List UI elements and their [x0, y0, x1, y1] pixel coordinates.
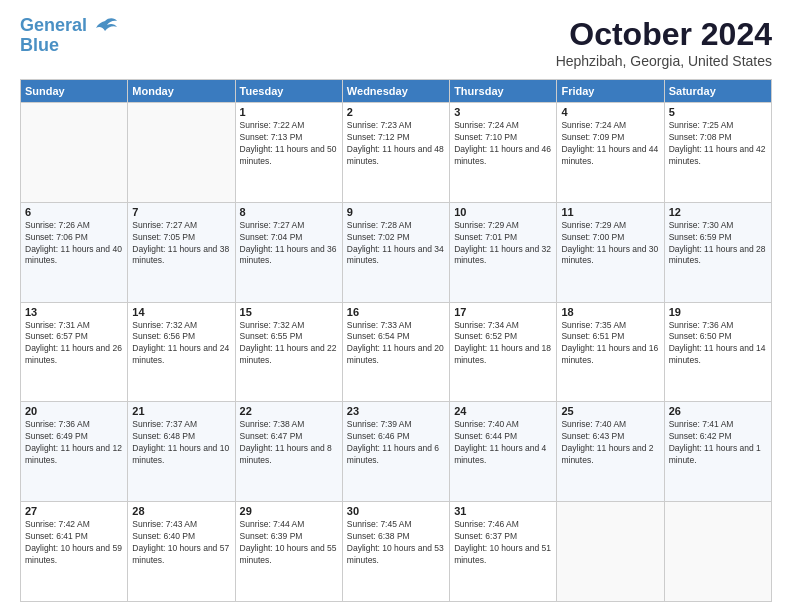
day-number: 7	[132, 206, 230, 218]
calendar-cell: 16Sunrise: 7:33 AMSunset: 6:54 PMDayligh…	[342, 302, 449, 402]
day-info: Sunrise: 7:38 AMSunset: 6:47 PMDaylight:…	[240, 419, 338, 467]
day-number: 8	[240, 206, 338, 218]
day-number: 15	[240, 306, 338, 318]
day-number: 21	[132, 405, 230, 417]
day-number: 12	[669, 206, 767, 218]
day-number: 3	[454, 106, 552, 118]
day-info: Sunrise: 7:24 AMSunset: 7:09 PMDaylight:…	[561, 120, 659, 168]
calendar-cell: 11Sunrise: 7:29 AMSunset: 7:00 PMDayligh…	[557, 202, 664, 302]
day-number: 19	[669, 306, 767, 318]
calendar-cell: 20Sunrise: 7:36 AMSunset: 6:49 PMDayligh…	[21, 402, 128, 502]
calendar-cell: 18Sunrise: 7:35 AMSunset: 6:51 PMDayligh…	[557, 302, 664, 402]
location: Hephzibah, Georgia, United States	[556, 53, 772, 69]
calendar-cell: 6Sunrise: 7:26 AMSunset: 7:06 PMDaylight…	[21, 202, 128, 302]
day-number: 14	[132, 306, 230, 318]
calendar-cell: 30Sunrise: 7:45 AMSunset: 6:38 PMDayligh…	[342, 502, 449, 602]
calendar-cell: 9Sunrise: 7:28 AMSunset: 7:02 PMDaylight…	[342, 202, 449, 302]
calendar-week-2: 6Sunrise: 7:26 AMSunset: 7:06 PMDaylight…	[21, 202, 772, 302]
page: General Blue October 2024 Hephzibah, Geo…	[0, 0, 792, 612]
calendar-cell: 4Sunrise: 7:24 AMSunset: 7:09 PMDaylight…	[557, 103, 664, 203]
month-title: October 2024	[556, 16, 772, 53]
day-header-saturday: Saturday	[664, 80, 771, 103]
calendar-cell: 15Sunrise: 7:32 AMSunset: 6:55 PMDayligh…	[235, 302, 342, 402]
calendar-week-1: 1Sunrise: 7:22 AMSunset: 7:13 PMDaylight…	[21, 103, 772, 203]
day-info: Sunrise: 7:36 AMSunset: 6:49 PMDaylight:…	[25, 419, 123, 467]
day-number: 13	[25, 306, 123, 318]
calendar-cell: 22Sunrise: 7:38 AMSunset: 6:47 PMDayligh…	[235, 402, 342, 502]
day-number: 30	[347, 505, 445, 517]
day-number: 31	[454, 505, 552, 517]
day-number: 26	[669, 405, 767, 417]
day-info: Sunrise: 7:23 AMSunset: 7:12 PMDaylight:…	[347, 120, 445, 168]
calendar-week-3: 13Sunrise: 7:31 AMSunset: 6:57 PMDayligh…	[21, 302, 772, 402]
day-number: 27	[25, 505, 123, 517]
day-number: 17	[454, 306, 552, 318]
day-header-sunday: Sunday	[21, 80, 128, 103]
logo: General Blue	[20, 16, 119, 56]
calendar-cell: 3Sunrise: 7:24 AMSunset: 7:10 PMDaylight…	[450, 103, 557, 203]
calendar-cell: 8Sunrise: 7:27 AMSunset: 7:04 PMDaylight…	[235, 202, 342, 302]
calendar-cell: 31Sunrise: 7:46 AMSunset: 6:37 PMDayligh…	[450, 502, 557, 602]
day-info: Sunrise: 7:43 AMSunset: 6:40 PMDaylight:…	[132, 519, 230, 567]
day-info: Sunrise: 7:39 AMSunset: 6:46 PMDaylight:…	[347, 419, 445, 467]
day-number: 29	[240, 505, 338, 517]
day-number: 11	[561, 206, 659, 218]
day-info: Sunrise: 7:22 AMSunset: 7:13 PMDaylight:…	[240, 120, 338, 168]
day-number: 23	[347, 405, 445, 417]
day-info: Sunrise: 7:29 AMSunset: 7:01 PMDaylight:…	[454, 220, 552, 268]
calendar-cell: 12Sunrise: 7:30 AMSunset: 6:59 PMDayligh…	[664, 202, 771, 302]
logo-text: General Blue	[20, 16, 87, 56]
day-header-friday: Friday	[557, 80, 664, 103]
title-section: October 2024 Hephzibah, Georgia, United …	[556, 16, 772, 69]
day-number: 2	[347, 106, 445, 118]
calendar-cell	[664, 502, 771, 602]
day-header-tuesday: Tuesday	[235, 80, 342, 103]
calendar-cell: 29Sunrise: 7:44 AMSunset: 6:39 PMDayligh…	[235, 502, 342, 602]
day-info: Sunrise: 7:27 AMSunset: 7:04 PMDaylight:…	[240, 220, 338, 268]
day-info: Sunrise: 7:30 AMSunset: 6:59 PMDaylight:…	[669, 220, 767, 268]
day-info: Sunrise: 7:28 AMSunset: 7:02 PMDaylight:…	[347, 220, 445, 268]
day-info: Sunrise: 7:40 AMSunset: 6:44 PMDaylight:…	[454, 419, 552, 467]
calendar-header-row: SundayMondayTuesdayWednesdayThursdayFrid…	[21, 80, 772, 103]
calendar-cell: 24Sunrise: 7:40 AMSunset: 6:44 PMDayligh…	[450, 402, 557, 502]
calendar-cell: 1Sunrise: 7:22 AMSunset: 7:13 PMDaylight…	[235, 103, 342, 203]
calendar-cell: 19Sunrise: 7:36 AMSunset: 6:50 PMDayligh…	[664, 302, 771, 402]
calendar-cell: 27Sunrise: 7:42 AMSunset: 6:41 PMDayligh…	[21, 502, 128, 602]
day-header-wednesday: Wednesday	[342, 80, 449, 103]
day-info: Sunrise: 7:25 AMSunset: 7:08 PMDaylight:…	[669, 120, 767, 168]
day-info: Sunrise: 7:32 AMSunset: 6:55 PMDaylight:…	[240, 320, 338, 368]
day-header-monday: Monday	[128, 80, 235, 103]
day-number: 4	[561, 106, 659, 118]
day-number: 6	[25, 206, 123, 218]
day-info: Sunrise: 7:46 AMSunset: 6:37 PMDaylight:…	[454, 519, 552, 567]
day-info: Sunrise: 7:33 AMSunset: 6:54 PMDaylight:…	[347, 320, 445, 368]
day-info: Sunrise: 7:27 AMSunset: 7:05 PMDaylight:…	[132, 220, 230, 268]
day-info: Sunrise: 7:35 AMSunset: 6:51 PMDaylight:…	[561, 320, 659, 368]
day-info: Sunrise: 7:42 AMSunset: 6:41 PMDaylight:…	[25, 519, 123, 567]
day-number: 1	[240, 106, 338, 118]
calendar-cell: 10Sunrise: 7:29 AMSunset: 7:01 PMDayligh…	[450, 202, 557, 302]
day-info: Sunrise: 7:36 AMSunset: 6:50 PMDaylight:…	[669, 320, 767, 368]
day-number: 24	[454, 405, 552, 417]
day-number: 18	[561, 306, 659, 318]
calendar-cell	[128, 103, 235, 203]
day-info: Sunrise: 7:41 AMSunset: 6:42 PMDaylight:…	[669, 419, 767, 467]
calendar-week-4: 20Sunrise: 7:36 AMSunset: 6:49 PMDayligh…	[21, 402, 772, 502]
day-number: 10	[454, 206, 552, 218]
calendar-week-5: 27Sunrise: 7:42 AMSunset: 6:41 PMDayligh…	[21, 502, 772, 602]
calendar-cell: 23Sunrise: 7:39 AMSunset: 6:46 PMDayligh…	[342, 402, 449, 502]
calendar-cell: 5Sunrise: 7:25 AMSunset: 7:08 PMDaylight…	[664, 103, 771, 203]
day-info: Sunrise: 7:26 AMSunset: 7:06 PMDaylight:…	[25, 220, 123, 268]
day-info: Sunrise: 7:40 AMSunset: 6:43 PMDaylight:…	[561, 419, 659, 467]
day-info: Sunrise: 7:34 AMSunset: 6:52 PMDaylight:…	[454, 320, 552, 368]
calendar-cell: 7Sunrise: 7:27 AMSunset: 7:05 PMDaylight…	[128, 202, 235, 302]
day-info: Sunrise: 7:45 AMSunset: 6:38 PMDaylight:…	[347, 519, 445, 567]
header: General Blue October 2024 Hephzibah, Geo…	[20, 16, 772, 69]
day-number: 22	[240, 405, 338, 417]
day-info: Sunrise: 7:44 AMSunset: 6:39 PMDaylight:…	[240, 519, 338, 567]
day-info: Sunrise: 7:24 AMSunset: 7:10 PMDaylight:…	[454, 120, 552, 168]
calendar-cell: 14Sunrise: 7:32 AMSunset: 6:56 PMDayligh…	[128, 302, 235, 402]
calendar-cell: 2Sunrise: 7:23 AMSunset: 7:12 PMDaylight…	[342, 103, 449, 203]
calendar-cell	[21, 103, 128, 203]
day-number: 9	[347, 206, 445, 218]
